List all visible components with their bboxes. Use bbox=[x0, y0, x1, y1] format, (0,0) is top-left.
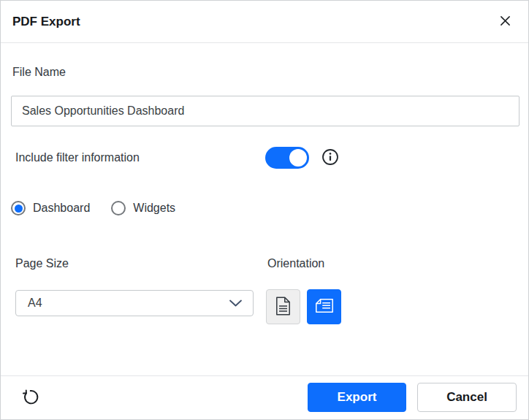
radio-label-widgets: Widgets bbox=[133, 202, 175, 215]
page-size-value: A4 bbox=[28, 297, 229, 310]
chevron-down-icon bbox=[229, 299, 243, 308]
toggle-knob bbox=[289, 149, 307, 167]
filter-toggle-switch[interactable] bbox=[265, 147, 309, 169]
radio-icon-dashboard bbox=[11, 201, 26, 215]
landscape-page-icon bbox=[315, 298, 334, 316]
radio-label-dashboard: Dashboard bbox=[33, 202, 90, 215]
file-name-input[interactable] bbox=[11, 96, 520, 126]
dialog-footer: Export Cancel bbox=[1, 375, 528, 419]
reset-icon bbox=[20, 387, 40, 409]
orientation-button-group bbox=[266, 289, 341, 324]
cancel-button[interactable]: Cancel bbox=[417, 383, 517, 412]
radio-option-widgets[interactable]: Widgets bbox=[111, 201, 175, 215]
dialog-header: PDF Export bbox=[1, 1, 528, 43]
export-target-options: Dashboard Widgets bbox=[11, 200, 175, 216]
filter-toggle-label: Include filter information bbox=[15, 151, 265, 164]
reset-button[interactable] bbox=[19, 387, 41, 409]
page-size-label: Page Size bbox=[15, 257, 69, 270]
radio-option-dashboard[interactable]: Dashboard bbox=[11, 201, 90, 215]
export-button[interactable]: Export bbox=[308, 383, 406, 412]
radio-icon-widgets bbox=[111, 201, 126, 215]
orientation-label: Orientation bbox=[267, 257, 324, 270]
filter-info-button[interactable] bbox=[321, 149, 339, 167]
orientation-portrait-button[interactable] bbox=[266, 289, 300, 324]
info-icon bbox=[321, 148, 339, 168]
portrait-page-icon bbox=[275, 297, 291, 318]
dialog-title: PDF Export bbox=[12, 15, 80, 29]
pdf-export-dialog: PDF Export File Name Include filter info… bbox=[0, 0, 529, 420]
page-size-dropdown[interactable]: A4 bbox=[15, 290, 254, 316]
close-icon bbox=[500, 15, 511, 28]
filter-toggle-row: Include filter information bbox=[15, 147, 517, 169]
orientation-landscape-button[interactable] bbox=[307, 289, 341, 324]
close-button[interactable] bbox=[496, 13, 514, 31]
file-name-label: File Name bbox=[12, 66, 66, 79]
